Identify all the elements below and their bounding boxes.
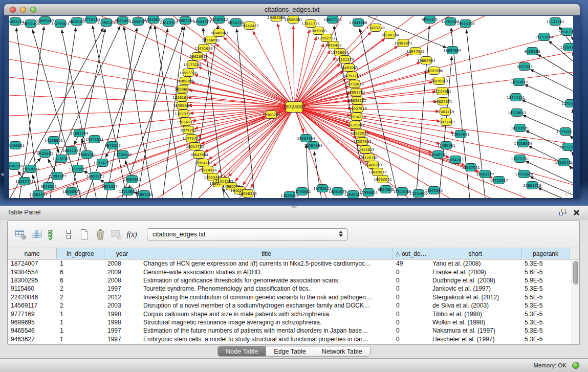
float-panel-icon[interactable]	[559, 208, 567, 218]
graph-node[interactable]: 15581731	[555, 159, 573, 166]
tab-network-table[interactable]: Network Table	[314, 346, 370, 356]
cell-year[interactable]: 2009	[104, 269, 140, 276]
cell-name[interactable]: 22420046	[8, 294, 57, 301]
graph-node[interactable]: 19404068	[267, 16, 286, 21]
graph-node[interactable]: 10436891	[9, 142, 25, 149]
import-table-button[interactable]	[108, 226, 124, 243]
graph-node[interactable]: 14643577	[368, 168, 387, 176]
cell-name[interactable]: 9777169	[8, 311, 57, 318]
column-header-in_degree[interactable]: in_degree	[57, 248, 104, 259]
cell-name[interactable]: 9463627	[8, 336, 57, 343]
cell-short[interactable]: Hescheler et al. (1997)	[429, 336, 521, 343]
graph-node[interactable]: 19384554	[297, 135, 315, 142]
cell-pagerank[interactable]: 5.6E-5	[521, 269, 570, 276]
graph-node[interactable]: 10176305	[52, 155, 71, 163]
column-header-year[interactable]: year	[104, 248, 140, 259]
graph-node[interactable]: 18556091	[284, 16, 302, 24]
table-row[interactable]: 911546021997Tourette syndrome. Phenomeno…	[8, 285, 579, 293]
graph-node[interactable]: 12704501	[561, 100, 573, 107]
cell-title[interactable]: Structural magnetic resonance image aver…	[140, 319, 393, 326]
table-settings-button[interactable]	[13, 226, 29, 243]
cell-year[interactable]: 2008	[104, 277, 140, 284]
table-row[interactable]: 1938455462009Genome-wide association stu…	[8, 268, 579, 276]
graph-node[interactable]: 10511304	[559, 143, 573, 151]
cell-out_degree[interactable]: 0	[393, 336, 429, 343]
graph-node[interactable]: 9343502	[40, 183, 56, 190]
graph-node[interactable]: 11121551	[546, 18, 564, 26]
graph-node[interactable]: 17016504	[514, 140, 532, 147]
graph-node[interactable]: 9924505	[378, 186, 394, 193]
column-header-name[interactable]: name	[8, 248, 57, 259]
cell-title[interactable]: Disruption of a novel member of a sodium…	[140, 302, 393, 309]
cell-name[interactable]: 18300295	[8, 277, 57, 284]
cell-out_degree[interactable]: 0	[393, 327, 429, 334]
cell-out_degree[interactable]: 0	[393, 319, 429, 326]
graph-node[interactable]: 15741511	[85, 136, 104, 143]
resize-grip[interactable]	[565, 190, 572, 197]
column-settings-button[interactable]	[29, 226, 45, 243]
cell-in_degree[interactable]: 6	[57, 269, 104, 276]
table-row[interactable]: 946362711997Embryonic stem cells: a mode…	[8, 335, 579, 343]
cell-title[interactable]: Genome-wide association studies in ADHD.	[140, 269, 393, 276]
graph-node[interactable]: 17404119	[436, 108, 454, 116]
graph-node[interactable]: 12556091	[202, 36, 220, 44]
cell-pagerank[interactable]: 5.3E-5	[521, 327, 570, 334]
graph-node[interactable]: 9901057	[101, 183, 117, 190]
cell-in_degree[interactable]: 6	[57, 277, 104, 284]
column-header-title[interactable]: title	[140, 248, 393, 259]
graph-node[interactable]: 10391213	[343, 72, 361, 80]
graph-node[interactable]: 12202752	[317, 34, 336, 42]
cell-pagerank[interactable]: 5.3E-5	[521, 311, 570, 318]
cell-out_degree[interactable]: 0	[393, 294, 429, 301]
graph-node[interactable]: 18724007	[283, 102, 305, 113]
table-row[interactable]: 977716911998Corpus callosum shape and si…	[8, 310, 579, 318]
cell-short[interactable]: Yano et al. (2008)	[429, 260, 521, 267]
cell-pagerank[interactable]: 5.3E-5	[521, 302, 570, 309]
scrollbar-thumb[interactable]	[573, 261, 578, 285]
table-scrollbar[interactable]	[572, 260, 579, 344]
cell-year[interactable]: 1997	[104, 336, 140, 343]
graph-node[interactable]: 11693204	[70, 129, 89, 137]
graph-node[interactable]: 12391477	[48, 172, 67, 180]
table-row[interactable]: 1872400712008Changes of HCN gene express…	[8, 259, 579, 268]
cell-short[interactable]: Wolkin et al. (1998)	[429, 319, 521, 326]
graph-node[interactable]: 15954811	[451, 130, 470, 138]
close-panel-icon[interactable]	[573, 209, 580, 218]
cell-out_degree[interactable]: 0	[393, 311, 429, 318]
cell-year[interactable]: 2012	[104, 294, 140, 301]
graph-node[interactable]: 15058341	[21, 165, 40, 173]
function-builder-button[interactable]: f(x)	[124, 226, 140, 243]
cell-title[interactable]: Investigating the contribution of common…	[140, 294, 393, 301]
delete-column-button[interactable]	[92, 226, 108, 243]
graph-node[interactable]: 21041608	[349, 19, 367, 27]
cell-year[interactable]: 2003	[104, 302, 140, 309]
cell-pagerank[interactable]: 5.3E-5	[521, 285, 570, 292]
cell-name[interactable]: 9465546	[8, 327, 57, 334]
graph-node[interactable]: 9329966	[524, 48, 540, 55]
cell-in_degree[interactable]: 2	[57, 302, 104, 309]
cell-title[interactable]: Estimation of significance thresholds fo…	[140, 277, 393, 284]
graph-node[interactable]: 16962051	[374, 176, 392, 183]
graph-node[interactable]: 18367671	[394, 39, 412, 47]
cell-pagerank[interactable]: 5.5E-5	[521, 294, 570, 301]
graph-node[interactable]: 16903214	[135, 191, 154, 199]
graph-node[interactable]: 14156801	[45, 137, 63, 144]
cell-pagerank[interactable]: 5.3E-5	[521, 336, 570, 343]
cell-year[interactable]: 1997	[104, 327, 140, 334]
graph-node[interactable]: 9505813	[37, 150, 53, 158]
graph-node[interactable]: 10723917	[490, 177, 508, 184]
graph-node[interactable]: 9765401	[422, 16, 438, 24]
cell-title[interactable]: Tourette syndrome. Phenomenology and cla…	[140, 285, 393, 292]
graph-node[interactable]: 16846843	[210, 29, 228, 37]
cell-title[interactable]: Corpus callosum shape and size in male p…	[140, 311, 393, 318]
select-all-rows-button[interactable]	[45, 226, 60, 243]
cell-short[interactable]: Franke et al. (2009)	[429, 269, 521, 276]
cell-in_degree[interactable]: 1	[57, 319, 104, 326]
cell-name[interactable]: 9115460	[8, 285, 57, 292]
tab-edge-table[interactable]: Edge Table	[266, 346, 314, 356]
cell-out_degree[interactable]: 49	[393, 260, 429, 267]
graph-node[interactable]: 15824871	[434, 98, 452, 105]
graph-node[interactable]: 11914217	[93, 159, 112, 167]
cell-pagerank[interactable]: 5.3E-5	[521, 319, 570, 326]
cell-name[interactable]: 19384554	[8, 269, 57, 276]
